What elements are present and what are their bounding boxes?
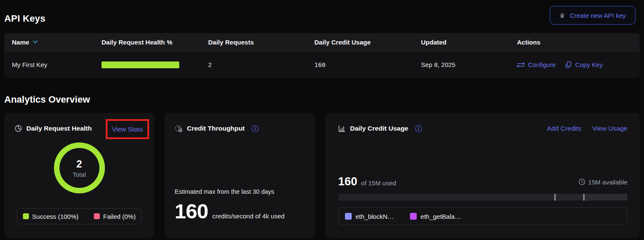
analytics-cards: Daily Request Health View Stats 2 Total … xyxy=(4,113,640,238)
annotation-red-box: View Stats xyxy=(106,119,149,139)
progress-tick xyxy=(554,194,556,201)
success-label: Success (100%) xyxy=(32,213,79,220)
crown-icon: ♛ xyxy=(559,12,565,19)
total-requests-label: Total xyxy=(73,171,86,178)
dashboard-page: API Keys ♛ Create new API key Name Daily… xyxy=(0,0,644,240)
analytics-overview-title: Analytics Overview xyxy=(4,94,640,105)
page-title: API Keys xyxy=(4,13,45,24)
sort-chevron-icon[interactable] xyxy=(33,40,38,44)
copy-icon xyxy=(565,61,572,68)
table-row[interactable]: My First Key 2 160 Sep 8, 2025 Configure xyxy=(4,51,640,78)
throughput-value: 160 xyxy=(175,201,208,222)
copy-key-button[interactable]: Copy Key xyxy=(565,61,603,68)
health-bar xyxy=(102,61,179,68)
card-title: Credit Throughput xyxy=(187,125,245,132)
pie-chart-icon xyxy=(14,125,22,132)
card-header: Daily Credit Usage Add Credits View Usag… xyxy=(338,125,627,132)
credits-used-value: 160 xyxy=(338,176,357,187)
updated-value: Sep 8, 2025 xyxy=(421,61,517,68)
daily-credit-usage-value: 160 xyxy=(314,61,421,68)
copy-key-label: Copy Key xyxy=(575,61,603,68)
key-name: My First Key xyxy=(12,61,102,68)
eth-blocknumber-swatch xyxy=(345,213,352,220)
view-usage-link[interactable]: View Usage xyxy=(593,125,627,132)
card-header: Credit Throughput xyxy=(175,125,305,132)
column-label: Name xyxy=(12,39,29,46)
create-api-key-button[interactable]: ♛ Create new API key xyxy=(550,6,636,25)
sliders-icon xyxy=(517,62,525,68)
success-swatch xyxy=(23,213,29,219)
add-credits-link[interactable]: Add Credits xyxy=(547,125,582,132)
row-actions: Configure Copy Key xyxy=(517,61,632,68)
daily-requests-value: 2 xyxy=(208,61,314,68)
health-cell xyxy=(102,61,208,68)
usage-legend: eth_blockN… eth_getBala… xyxy=(338,207,627,225)
legend-item-eth-blocknumber: eth_blockN… xyxy=(345,213,394,220)
eth-getbalance-label: eth_getBala… xyxy=(421,213,461,220)
bar-chart-icon xyxy=(338,125,346,132)
column-header-updated: Updated xyxy=(421,39,517,46)
eth-blocknumber-label: eth_blockN… xyxy=(356,213,394,220)
health-legend: Success (100%) Failed (0%) xyxy=(17,208,142,224)
failed-swatch xyxy=(94,213,100,219)
legend-item-eth-getbalance: eth_getBala… xyxy=(410,213,461,220)
card-title: Daily Request Health xyxy=(26,125,92,132)
configure-button[interactable]: Configure xyxy=(517,61,556,68)
throughput-unit: credits/second of 4k used xyxy=(212,212,285,220)
table-header-row: Name Daily Request Health % Daily Reques… xyxy=(4,33,640,51)
daily-credit-usage-card: Daily Credit Usage Add Credits View Usag… xyxy=(325,113,640,238)
throughput-subtitle: Estimated max from the last 30 days xyxy=(175,188,305,195)
credits-available-label: 15M available xyxy=(588,179,627,186)
health-donut: 2 Total xyxy=(14,142,144,193)
column-header-credit-usage: Daily Credit Usage xyxy=(314,39,421,46)
card-header-links: Add Credits View Usage xyxy=(547,125,627,132)
progress-tick xyxy=(583,194,585,201)
configure-label: Configure xyxy=(528,61,556,68)
health-donut-center: 2 Total xyxy=(59,148,99,188)
column-header-name[interactable]: Name xyxy=(12,39,102,46)
gauge-icon xyxy=(175,125,183,132)
top-bar: API Keys ♛ Create new API key xyxy=(4,0,640,25)
failed-label: Failed (0%) xyxy=(103,213,136,220)
credits-available: 15M available xyxy=(579,179,627,186)
info-icon[interactable] xyxy=(415,125,422,132)
clock-icon xyxy=(579,179,585,185)
column-header-requests: Daily Requests xyxy=(208,39,314,46)
eth-getbalance-swatch xyxy=(410,213,417,220)
legend-item-success: Success (100%) xyxy=(23,213,79,220)
api-keys-table: Name Daily Request Health % Daily Reques… xyxy=(4,33,640,78)
view-stats-link[interactable]: View Stats xyxy=(112,126,143,133)
usage-stats-row: 160 of 15M used 15M available xyxy=(338,176,627,187)
create-api-key-label: Create new API key xyxy=(570,12,626,19)
throughput-value-row: 160 credits/second of 4k used xyxy=(175,201,305,222)
daily-request-health-card: Daily Request Health View Stats 2 Total … xyxy=(4,113,154,238)
credit-throughput-card: Credit Throughput Estimated max from the… xyxy=(164,113,315,238)
health-donut-ring: 2 Total xyxy=(54,142,105,193)
credits-used-suffix: of 15M used xyxy=(361,179,396,187)
legend-item-failed: Failed (0%) xyxy=(94,213,136,220)
column-header-health: Daily Request Health % xyxy=(102,39,208,46)
total-requests-value: 2 xyxy=(76,158,82,170)
info-icon[interactable] xyxy=(251,125,259,132)
column-header-actions: Actions xyxy=(517,39,632,46)
credit-usage-progress-bar xyxy=(338,194,627,201)
card-title: Daily Credit Usage xyxy=(350,125,408,132)
